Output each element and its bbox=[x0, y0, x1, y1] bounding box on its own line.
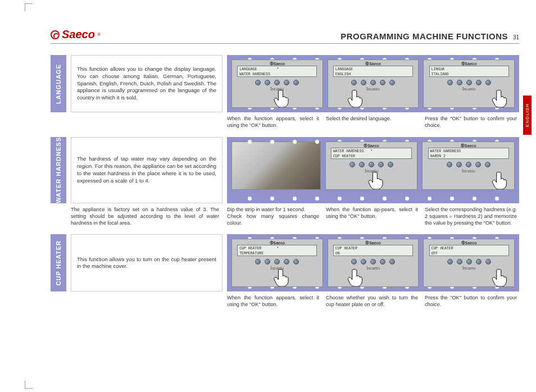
panel-button[interactable] bbox=[380, 80, 385, 85]
panel-brand: ⦿Saeco bbox=[461, 144, 476, 148]
brand-name: Saeco bbox=[62, 28, 95, 41]
language-captions: When the function ap­pears, select it us… bbox=[71, 116, 519, 129]
caption: When the function ap­pears, select it us… bbox=[227, 295, 321, 308]
panel-button[interactable] bbox=[389, 80, 395, 85]
panel-button[interactable] bbox=[361, 80, 366, 85]
page-header: Saeco ® PROGRAMMING MACHINE FUNCTIONS 31 bbox=[51, 28, 519, 44]
panel-button[interactable] bbox=[274, 259, 280, 265]
caption: When the function ap­pears, select it us… bbox=[227, 116, 321, 129]
section-language: LANGUAGE This function allows you to cha… bbox=[51, 55, 519, 112]
caption: Select the desired lan­guage. bbox=[326, 116, 420, 129]
panel-button[interactable] bbox=[293, 259, 299, 265]
section-band-language: LANGUAGE bbox=[51, 55, 66, 112]
panel-button[interactable] bbox=[380, 259, 385, 265]
lcd-display: LANGUAGE * WATER HARDNESS bbox=[237, 66, 317, 77]
machine-panel: ⦿Saeco CUP HEATER * TEMPERATURE Incanto bbox=[231, 239, 323, 287]
panel-button[interactable] bbox=[457, 80, 462, 85]
machine-panel: ⦿Saeco WATER HARDNESS * CUP HEATER Incan… bbox=[325, 142, 418, 190]
lcd-display: WATER HARDNESS HARDN 2 bbox=[428, 148, 509, 159]
panel-button[interactable] bbox=[457, 259, 462, 265]
panel-button[interactable] bbox=[293, 80, 299, 85]
hand-pointer-icon bbox=[274, 88, 292, 108]
panel-button[interactable] bbox=[369, 162, 374, 167]
panel-button[interactable] bbox=[361, 259, 366, 265]
panel-button[interactable] bbox=[370, 80, 376, 85]
panel-brand: ⦿Saeco bbox=[270, 241, 285, 245]
caption: When the function ap-pears, select it us… bbox=[326, 207, 420, 227]
panel-button[interactable] bbox=[485, 162, 490, 167]
section-label: WATER HARDNESS bbox=[55, 137, 62, 203]
panel-button[interactable] bbox=[255, 259, 261, 265]
page-number: 31 bbox=[513, 34, 519, 40]
button-row bbox=[447, 80, 491, 85]
panel-button[interactable] bbox=[351, 80, 357, 85]
hand-pointer-icon bbox=[347, 267, 365, 287]
panel-button[interactable] bbox=[370, 259, 376, 265]
machine-panel: ⦿Saeco WATER HARDNESS HARDN 2 Incanto bbox=[422, 142, 515, 190]
machine-panel: ⦿Saeco LANGUAGE ENGLISH Incanto bbox=[328, 60, 419, 108]
panel-button[interactable] bbox=[475, 162, 481, 167]
panel-button[interactable] bbox=[274, 80, 280, 85]
panel-button[interactable] bbox=[359, 162, 365, 167]
lcd-display: WATER HARDNESS * CUP HEATER bbox=[331, 148, 412, 159]
machine-panel: ⦿Saeco CUP HEATER ON Incanto bbox=[328, 239, 419, 287]
cup-description: This function allows you to turn on the … bbox=[71, 234, 222, 291]
button-row bbox=[255, 259, 299, 265]
panel-button[interactable] bbox=[389, 259, 395, 265]
model-script: Incanto bbox=[366, 266, 380, 271]
panel-button[interactable] bbox=[378, 162, 384, 167]
panel-button[interactable] bbox=[476, 259, 482, 265]
lcd-display: CUP HEATER OFF bbox=[429, 245, 509, 256]
model-script: Incanto bbox=[462, 168, 475, 174]
button-row bbox=[447, 259, 491, 265]
model-script: Incanto bbox=[462, 86, 476, 92]
lcd-display: CUP HEATER ON bbox=[333, 245, 413, 256]
page-title-wrap: PROGRAMMING MACHINE FUNCTIONS 31 bbox=[340, 31, 519, 41]
test-strip-photo bbox=[231, 142, 321, 190]
panel-button[interactable] bbox=[284, 259, 289, 265]
lcd-display: CUP HEATER * TEMPERATURE bbox=[237, 245, 317, 256]
panel-brand: ⦿Saeco bbox=[461, 241, 477, 245]
panel-button[interactable] bbox=[466, 80, 472, 85]
caption: Dip the strip in water for 1 second. Che… bbox=[227, 207, 321, 227]
panel-button[interactable] bbox=[284, 80, 289, 85]
caption: Press the "OK" button to confirm your ch… bbox=[425, 116, 519, 129]
panel-button[interactable] bbox=[255, 80, 261, 85]
hand-pointer-icon bbox=[347, 88, 365, 108]
button-row bbox=[351, 259, 395, 265]
panel-button[interactable] bbox=[447, 162, 452, 167]
section-water-hardness: WATER HARDNESS The hardness of tap water… bbox=[51, 137, 519, 203]
panel-button[interactable] bbox=[351, 259, 357, 265]
section-band-cup: CUP HEATER bbox=[51, 234, 66, 291]
section-label: CUP HEATER bbox=[55, 240, 62, 286]
panel-button[interactable] bbox=[456, 162, 462, 167]
machine-panel: ⦿Saeco LINGUA ITALIANO Incanto bbox=[423, 60, 515, 108]
language-tab: ENGLISH bbox=[523, 95, 532, 135]
panel-button[interactable] bbox=[485, 259, 491, 265]
caption: Choose whether you wish to turn the cup … bbox=[326, 295, 420, 308]
panel-button[interactable] bbox=[476, 80, 482, 85]
hand-pointer-icon bbox=[492, 267, 510, 287]
panel-button[interactable] bbox=[265, 259, 270, 265]
caption: Select the corresponding hardness (e.g. … bbox=[425, 207, 519, 227]
panel-button[interactable] bbox=[447, 80, 453, 85]
page-title: PROGRAMMING MACHINE FUNCTIONS bbox=[340, 31, 508, 41]
panel-button[interactable] bbox=[349, 162, 355, 167]
machine-panel: ⦿Saeco LANGUAGE * WATER HARDNESS Incanto bbox=[231, 60, 323, 108]
panel-brand: ⦿Saeco bbox=[365, 241, 381, 245]
caption: Press the "OK" button to confirm your ch… bbox=[425, 295, 519, 308]
panel-button[interactable] bbox=[388, 162, 393, 167]
brand-logo: Saeco ® bbox=[51, 28, 101, 41]
panel-button[interactable] bbox=[265, 80, 270, 85]
machine-panel: ⦿Saeco CUP HEATER OFF Incanto bbox=[423, 239, 515, 287]
panel-brand: ⦿Saeco bbox=[365, 62, 381, 66]
lcd-display: LINGUA ITALIANO bbox=[429, 66, 509, 77]
panel-button[interactable] bbox=[466, 259, 472, 265]
panel-button[interactable] bbox=[466, 162, 471, 167]
hand-pointer-icon bbox=[492, 88, 510, 108]
panel-button[interactable] bbox=[485, 80, 491, 85]
hand-pointer-icon bbox=[274, 267, 292, 287]
button-row bbox=[447, 162, 490, 167]
water-sub-description: The appliance is factory set on a hardne… bbox=[71, 207, 222, 227]
panel-button[interactable] bbox=[447, 259, 453, 265]
